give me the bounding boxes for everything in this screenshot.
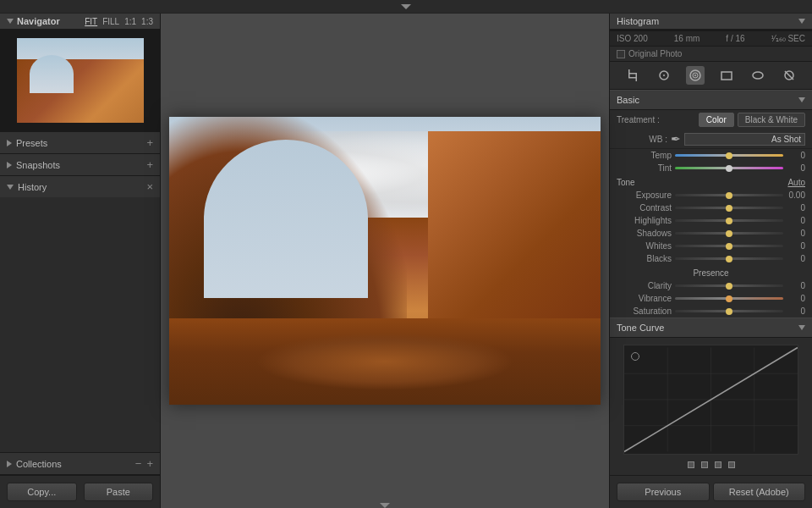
contrast-slider[interactable]: [675, 207, 783, 209]
temp-label: Temp: [617, 151, 672, 160]
redeye-tool[interactable]: [780, 66, 798, 85]
shadows-point[interactable]: [688, 461, 694, 468]
svg-point-9: [663, 75, 665, 76]
darks-point[interactable]: [701, 461, 708, 468]
exif-info: ISO 200 16 mm f / 16 ¹⁄₁₆₀ SEC: [610, 31, 812, 47]
nav-1-1[interactable]: 1:1: [124, 17, 136, 26]
navigator-header: Navigator FIT FILL 1:1 1:3: [0, 14, 160, 30]
previous-button[interactable]: Previous: [617, 483, 710, 501]
snapshots-label: Snapshots: [16, 160, 60, 170]
exif-shutter: ¹⁄₁₆₀ SEC: [771, 34, 805, 43]
whites-label: Whites: [617, 241, 672, 251]
highlights-thumb[interactable]: [726, 218, 732, 224]
tint-thumb[interactable]: [726, 165, 732, 172]
snapshots-header[interactable]: Snapshots +: [0, 154, 160, 175]
contrast-thumb[interactable]: [726, 205, 732, 212]
tone-curve-canvas[interactable]: [623, 345, 798, 455]
tone-curve-dot[interactable]: [631, 352, 639, 361]
adjust-tool[interactable]: [686, 66, 705, 85]
nav-fit[interactable]: FIT: [85, 17, 97, 26]
bw-button[interactable]: Black & White: [738, 113, 805, 127]
collections-header[interactable]: Collections − +: [0, 453, 160, 474]
auto-button[interactable]: Auto: [787, 178, 805, 187]
tone-label: Tone: [617, 178, 635, 187]
history-close[interactable]: ×: [146, 180, 153, 193]
wb-selector[interactable]: As Shot: [684, 133, 805, 146]
clarity-value: 0: [787, 281, 805, 290]
paste-button[interactable]: Paste: [84, 483, 154, 501]
spot-tool[interactable]: [655, 66, 673, 85]
tint-label: Tint: [617, 163, 672, 173]
original-photo-checkbox[interactable]: [617, 50, 625, 58]
saturation-row: Saturation 0: [610, 305, 812, 318]
tone-heading-row: Tone Auto: [610, 174, 812, 189]
vibrance-slider[interactable]: [675, 297, 783, 300]
tint-value: 0: [787, 163, 805, 173]
shadows-label: Shadows: [617, 229, 672, 238]
whites-slider[interactable]: [675, 245, 783, 247]
exposure-thumb[interactable]: [726, 192, 732, 199]
shadows-thumb[interactable]: [726, 230, 732, 237]
tint-row: Tint 0: [610, 162, 812, 174]
snapshots-add[interactable]: +: [146, 158, 153, 171]
blacks-thumb[interactable]: [726, 256, 732, 262]
blacks-value: 0: [787, 254, 805, 263]
exposure-slider[interactable]: [675, 194, 783, 196]
crop-tool[interactable]: [623, 66, 642, 85]
clarity-label: Clarity: [617, 281, 672, 290]
reset-button[interactable]: Reset (Adobe): [713, 483, 806, 501]
shadows-value: 0: [787, 229, 805, 238]
saturation-thumb[interactable]: [726, 308, 732, 315]
wb-label: WB :: [617, 135, 667, 144]
blacks-slider[interactable]: [675, 257, 783, 260]
collections-add[interactable]: +: [146, 457, 153, 470]
treatment-buttons: Color Black & White: [699, 113, 805, 127]
snapshots-collapse-icon: [7, 162, 12, 168]
vibrance-value: 0: [787, 294, 805, 303]
snapshots-actions: +: [146, 158, 153, 171]
svg-rect-5: [628, 77, 636, 79]
shadows-slider[interactable]: [675, 232, 783, 235]
nav-ratio[interactable]: 1:3: [141, 17, 153, 26]
navigator-collapse-icon[interactable]: [7, 19, 14, 24]
temp-slider[interactable]: [675, 154, 783, 157]
lights-point[interactable]: [715, 461, 721, 468]
collections-minus[interactable]: −: [135, 457, 142, 470]
vibrance-thumb[interactable]: [726, 295, 732, 302]
nav-fill[interactable]: FILL: [102, 17, 119, 26]
saturation-slider[interactable]: [675, 310, 783, 312]
histogram-collapse-icon[interactable]: [798, 19, 805, 24]
shadows-row: Shadows 0: [610, 227, 812, 240]
top-bar: [0, 0, 812, 14]
basic-collapse-icon[interactable]: [798, 97, 805, 102]
eyedropper-icon[interactable]: ✒: [671, 132, 681, 146]
bottom-expand-icon[interactable]: [380, 503, 390, 508]
presets-add[interactable]: +: [146, 136, 153, 149]
top-arrow-icon[interactable]: [401, 4, 411, 9]
navigator-label: Navigator: [17, 16, 60, 26]
center-panel: [161, 14, 609, 508]
right-panel-footer: Previous Reset (Adobe): [610, 475, 812, 508]
history-label: History: [18, 182, 47, 192]
whites-row: Whites 0: [610, 240, 812, 252]
history-header[interactable]: History ×: [0, 176, 160, 197]
presets-header[interactable]: Presets +: [0, 132, 160, 153]
highlights-point[interactable]: [728, 461, 735, 468]
tint-slider[interactable]: [675, 167, 783, 169]
clarity-slider[interactable]: [675, 284, 783, 287]
clarity-thumb[interactable]: [726, 283, 732, 290]
histogram-title: Histogram: [617, 16, 659, 26]
copy-button[interactable]: Copy...: [7, 483, 77, 501]
whites-thumb[interactable]: [726, 243, 732, 250]
radial-tool[interactable]: [749, 66, 767, 85]
highlights-slider[interactable]: [675, 219, 783, 222]
collections-collapse-icon: [7, 461, 12, 467]
temp-thumb[interactable]: [726, 152, 732, 159]
snapshots-section: Snapshots +: [0, 154, 160, 176]
contrast-value: 0: [787, 203, 805, 213]
thumb-arch-cutout: [30, 55, 74, 93]
color-button[interactable]: Color: [699, 113, 734, 127]
tone-curve-collapse-icon[interactable]: [798, 325, 805, 330]
tone-curve-section: [610, 338, 812, 475]
rect-tool[interactable]: [717, 66, 736, 85]
